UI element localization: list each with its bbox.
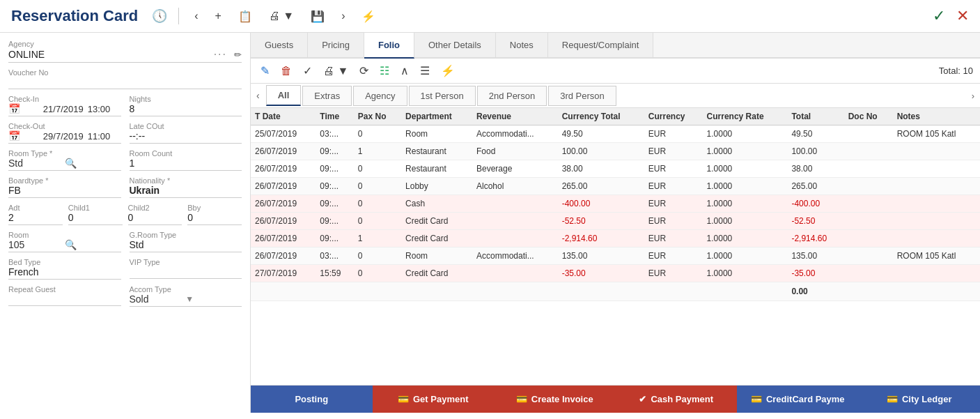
refresh-tool-button[interactable]: ⟳ (357, 63, 371, 79)
city-ledger-button[interactable]: 💳 City Ledger (859, 386, 981, 413)
cash-payment-icon: ✔ (639, 394, 646, 404)
groom-type-value: Std (130, 239, 242, 252)
print-tool-button[interactable]: 🖨 ▼ (320, 63, 351, 79)
bed-vip-row: Bed Type French VIP Type (8, 258, 242, 285)
room-type-search-icon[interactable]: 🔍 (65, 158, 121, 169)
sub-tab-3rd-person[interactable]: 3rd Person (548, 86, 616, 106)
nights-field: Nights 8 (130, 95, 242, 116)
app-title: Reservation Card (11, 7, 138, 25)
col-currency-rate: Currency Rate (703, 108, 788, 125)
tab-request-complaint[interactable]: Request/Complaint (548, 33, 654, 57)
tab-notes[interactable]: Notes (496, 33, 548, 57)
nationality-label: Nationality * (130, 176, 242, 185)
folio-table: T Date Time Pax No Department Revenue Cu… (251, 108, 980, 301)
child2-value: 0 (128, 212, 182, 225)
up-tool-button[interactable]: ∧ (398, 63, 412, 79)
guests-row: Adt 2 Child1 0 Child2 0 Bby 0 (8, 204, 242, 231)
cancel-button[interactable]: ✕ (956, 7, 969, 25)
tab-guests[interactable]: Guests (251, 33, 308, 57)
nav-back-button[interactable]: ‹ (190, 8, 202, 24)
groom-type-field: G.Room Type Std (130, 231, 242, 252)
boardtype-row: Boardtype * FB Nationality * Ukrain (8, 176, 242, 204)
agency-more-icon[interactable]: ··· (214, 48, 227, 61)
print-button[interactable]: 🖨 ▼ (265, 8, 298, 24)
child1-label: Child1 (68, 204, 123, 212)
posting-button[interactable]: Posting (251, 386, 373, 413)
tabs: Guests Pricing Folio Other Details Notes… (251, 33, 980, 59)
agency-value: ONLINE ··· ✏ (8, 48, 242, 63)
checkin-field: Check-In 📅 21/7/2019 13:00 (8, 95, 121, 116)
col-currency: Currency (644, 108, 703, 125)
table-row[interactable]: 26/07/201909:...0RestaurantBeverage38.00… (251, 160, 980, 178)
room-type-field: Room Type * Std 🔍 (8, 149, 121, 171)
agency-edit-icon[interactable]: ✏ (234, 49, 242, 60)
table-row[interactable]: 27/07/201915:590Credit Card-35.00EUR1.00… (251, 265, 980, 282)
sub-tab-agency[interactable]: Agency (353, 86, 407, 106)
adt-field: Adt 2 (8, 204, 63, 225)
col-department: Department (401, 108, 472, 125)
sub-tab-2nd-person[interactable]: 2nd Person (477, 86, 547, 106)
nav-forward-button[interactable]: › (337, 8, 349, 24)
table-row[interactable]: 26/07/201909:...0Credit Card-52.50EUR1.0… (251, 213, 980, 230)
tab-folio[interactable]: Folio (364, 33, 414, 59)
table-row[interactable]: 26/07/201909:...1RestaurantFood100.00EUR… (251, 143, 980, 160)
accom-type-dropdown-icon[interactable]: ▼ (185, 294, 242, 304)
checkout-row: Check-Out 📅 29/7/2019 11:00 Late COut --… (8, 122, 242, 149)
sub-tab-extras[interactable]: Extras (302, 86, 352, 106)
table-row[interactable]: 26/07/201909:...1Credit Card-2,914.60EUR… (251, 230, 980, 247)
lightning-tool-button[interactable]: ⚡ (438, 63, 458, 79)
header-sep (178, 8, 179, 24)
cash-payment-button[interactable]: ✔ Cash Payment (616, 386, 738, 413)
checkout-cal-icon: 📅 (8, 130, 42, 142)
tab-other-details[interactable]: Other Details (414, 33, 496, 57)
table-row[interactable]: 25/07/201903:...0RoomAccommodati...49.50… (251, 125, 980, 143)
child1-field: Child1 0 (68, 204, 123, 225)
groom-type-label: G.Room Type (130, 231, 242, 239)
checkout-value: 📅 29/7/2019 11:00 (8, 130, 121, 144)
left-panel: Agency ONLINE ··· ✏ Voucher No Check-In (0, 33, 251, 413)
bed-type-field: Bed Type French (8, 258, 121, 280)
excel-tool-button[interactable]: ☷ (377, 63, 392, 79)
menu-tool-button[interactable]: ☰ (417, 63, 433, 79)
sub-tab-all[interactable]: All (266, 85, 302, 106)
room-type-value: Std 🔍 (8, 158, 121, 171)
edit-tool-button[interactable]: ✎ (258, 63, 272, 79)
copy-button[interactable]: 📋 (234, 8, 256, 24)
get-payment-icon: 💳 (398, 394, 409, 404)
save-button[interactable]: 💾 (306, 8, 329, 24)
table-row[interactable]: 26/07/201903:...0RoomAccommodati...135.0… (251, 247, 980, 265)
boardtype-value: FB (8, 185, 121, 198)
room-search-icon[interactable]: 🔍 (65, 239, 121, 250)
nationality-value: Ukrain (130, 185, 242, 198)
add-button[interactable]: + (211, 8, 226, 24)
check-tool-button[interactable]: ✓ (300, 63, 315, 79)
creditcard-payment-button[interactable]: 💳 CreditCard Payme (737, 386, 859, 413)
room-type-row: Room Type * Std 🔍 Room Count 1 (8, 149, 242, 176)
repeat-accom-row: Repeat Guest Accom Type Sold ▼ (8, 285, 242, 312)
delete-tool-button[interactable]: 🗑 (278, 63, 295, 79)
room-count-value: 1 (130, 158, 242, 171)
col-currency-total: Currency Total (558, 108, 644, 125)
voucher-no-label: Voucher No (8, 68, 242, 77)
bottom-bar: Posting 💳 Get Payment 💳 Create Invoice ✔… (251, 385, 980, 413)
folio-toolbar: ✎ 🗑 ✓ 🖨 ▼ ⟳ ☷ ∧ ☰ ⚡ Total: 10 (251, 59, 980, 84)
folio-table-container: T Date Time Pax No Department Revenue Cu… (251, 108, 980, 385)
table-row[interactable]: 26/07/201909:...0Cash-400.00EUR1.0000-40… (251, 195, 980, 213)
room-count-field: Room Count 1 (130, 149, 242, 171)
sub-tab-right-arrow[interactable]: › (966, 88, 980, 104)
history-icon[interactable]: 🕔 (152, 8, 167, 24)
col-pax-no: Pax No (354, 108, 401, 125)
create-invoice-button[interactable]: 💳 Create Invoice (494, 386, 616, 413)
table-row[interactable]: 26/07/201909:...0LobbyAlcohol265.00EUR1.… (251, 178, 980, 195)
sub-tab-left-arrow[interactable]: ‹ (251, 87, 265, 104)
confirm-button[interactable]: ✓ (933, 7, 945, 25)
col-total: Total (787, 108, 843, 125)
vip-type-label: VIP Type (130, 258, 242, 266)
tab-pricing[interactable]: Pricing (308, 33, 364, 57)
right-panel: Guests Pricing Folio Other Details Notes… (251, 33, 980, 413)
child2-field: Child2 0 (128, 204, 182, 225)
get-payment-button[interactable]: 💳 Get Payment (373, 386, 495, 413)
sub-tab-1st-person[interactable]: 1st Person (409, 86, 476, 106)
lightning-button[interactable]: ⚡ (357, 8, 380, 24)
vip-type-field: VIP Type (130, 258, 242, 280)
